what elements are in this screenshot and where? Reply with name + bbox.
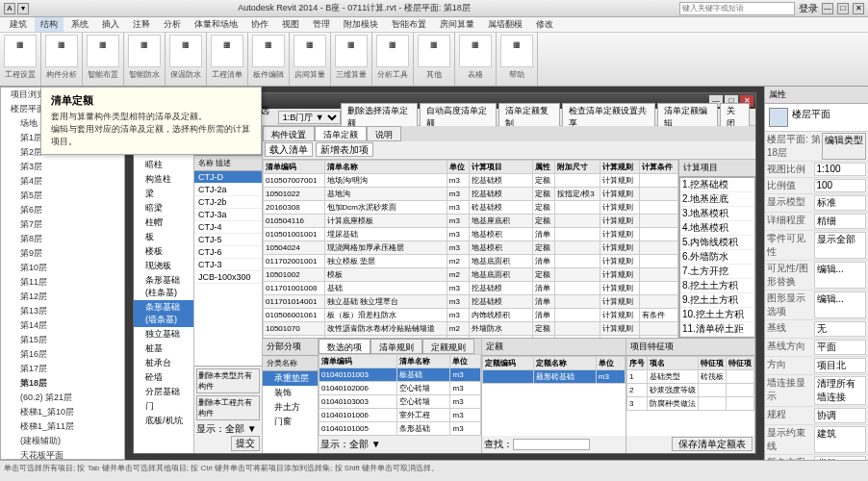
all-components-list[interactable]: CTJ-DCTJ-2aCTJ-2bCTJ-3aCTJ-4CTJ-5CTJ-6CT… xyxy=(194,171,262,366)
tree-item[interactable]: 第15层 xyxy=(1,333,124,347)
tree-item[interactable]: 第12层 xyxy=(1,290,124,304)
section-item[interactable]: 门窗 xyxy=(263,415,318,429)
tree-item[interactable]: 第14层 xyxy=(1,318,124,333)
menu-9[interactable]: 管理 xyxy=(307,17,336,32)
grid-row[interactable]: 011701001008基础m3挖基础模清单计算规则 xyxy=(264,282,678,295)
grid-row[interactable]: 10504024现浇网格加厚承压格层m3地基模积定额计算规则 xyxy=(264,241,678,255)
menu-2[interactable]: 系统 xyxy=(65,17,94,32)
type-item[interactable]: 条形基础(柱条基) xyxy=(134,273,193,300)
ribbon-icon-6[interactable]: ▦ xyxy=(252,35,285,67)
comp-item[interactable]: CTJ-5 xyxy=(194,234,262,246)
tree-item[interactable]: 第4层 xyxy=(1,174,124,189)
type-item[interactable]: 现浇板 xyxy=(134,259,193,273)
minimize-icon[interactable]: — xyxy=(822,3,833,14)
tree-item[interactable]: 第17层 xyxy=(1,362,124,376)
tree-item[interactable]: 第8层 xyxy=(1,232,124,246)
ribbon-icon-3[interactable]: ▦ xyxy=(128,35,161,67)
bot-tab-sel[interactable]: 数选的项 xyxy=(319,339,370,354)
component-type-tree[interactable]: 柱暗柱构造柱梁暗梁柱帽板楼板现浇板条形基础(柱条基)条形基础(墙条基)独立基础桩… xyxy=(134,143,193,453)
feature-row[interactable]: 3防腐种类做法 xyxy=(627,397,754,411)
comp-item[interactable]: CTJ-4 xyxy=(194,221,262,234)
prop-val[interactable]: 1:100 xyxy=(814,163,867,176)
ribbon-icon-4[interactable]: ▦ xyxy=(169,35,202,67)
type-item[interactable]: 柱帽 xyxy=(134,215,193,230)
feature-row[interactable]: 2砂浆强度等级 xyxy=(627,384,754,397)
quota-row[interactable]: 题形砖基础m3 xyxy=(483,370,625,384)
prop-val[interactable]: 精细 xyxy=(814,214,867,229)
btn-load-list[interactable]: 载入清单 xyxy=(265,142,313,157)
menu-8[interactable]: 视图 xyxy=(276,17,305,32)
search-input[interactable] xyxy=(679,2,795,15)
bot-tab-listrule[interactable]: 清单规则 xyxy=(370,339,422,354)
tree-item[interactable]: 第13层 xyxy=(1,304,124,318)
comp-item[interactable]: CTJ-6 xyxy=(194,246,262,259)
grid-row[interactable]: 10501002模板m2地基底面积定额计算规则 xyxy=(264,268,678,282)
menu-13[interactable]: 属墙翻模 xyxy=(482,17,528,32)
bot-r2-grid[interactable]: 序号项名特征项特征项1基础类型砖筏板2砂浆强度等级3防腐种类做法 xyxy=(626,356,754,436)
prop-val[interactable]: 标准 xyxy=(814,195,867,211)
grid-row[interactable]: 011701014001独立基础 独立埋草台m3挖基础模清单计算规则 xyxy=(264,295,678,309)
comp-item[interactable]: CTJ-3a xyxy=(194,209,262,221)
ribbon-icon-2[interactable]: ▦ xyxy=(87,35,119,67)
calc-item[interactable]: 6.外墙防水 xyxy=(680,250,754,265)
prop-val[interactable]: 建筑 xyxy=(814,426,867,453)
type-item[interactable]: 砼墙 xyxy=(134,370,193,385)
grid-row[interactable]: 10501070改性沥青防水卷材冷贴贴铺墙道m2外墙防水定额计算规则 xyxy=(264,322,678,336)
section-item[interactable]: 承重垫层 xyxy=(263,371,318,386)
type-item[interactable]: 桩承台 xyxy=(134,356,193,370)
calc-item[interactable]: 4.地基模积 xyxy=(680,221,754,236)
prop-val[interactable]: 编辑... xyxy=(814,262,867,289)
btn-add-item[interactable]: 新增表加项 xyxy=(316,142,373,157)
section-item[interactable]: 井土方 xyxy=(263,400,318,415)
tree-item[interactable]: 楼梯1_第10层 xyxy=(1,405,124,419)
tree-item[interactable]: 第3层 xyxy=(1,160,124,174)
prop-val[interactable]: 100 xyxy=(814,179,867,192)
list-row[interactable]: 01040101006室外工程m3 xyxy=(319,409,481,422)
menu-4[interactable]: 注释 xyxy=(127,17,156,32)
ribbon-icon-7[interactable]: ▦ xyxy=(294,35,326,67)
sys-menu-icon[interactable]: A xyxy=(4,3,15,14)
feature-row[interactable]: 1基础类型砖筏板 xyxy=(627,370,754,384)
show-filter2[interactable]: 显示：全部 ▼ xyxy=(320,439,381,449)
type-item[interactable]: 独立基础 xyxy=(134,327,193,342)
menu-11[interactable]: 智能布置 xyxy=(386,17,432,32)
tree-item[interactable]: (建模辅助) xyxy=(1,434,124,448)
tree-item[interactable]: 第6层 xyxy=(1,203,124,217)
btn-submit[interactable]: 提交 xyxy=(231,436,260,451)
list-row[interactable]: 01040101005条形基础m3 xyxy=(319,422,481,436)
menu-14[interactable]: 修改 xyxy=(530,17,559,32)
grid-row[interactable]: 010507007001地场沟/明沟m3挖基础模定额计算规则 xyxy=(264,174,678,188)
type-item[interactable]: 暗柱 xyxy=(134,158,193,172)
tab-list-quota[interactable]: 清单定额 xyxy=(315,126,367,141)
type-item[interactable]: 底板/机坑 xyxy=(134,414,193,428)
prop-val[interactable]: 编辑... xyxy=(814,291,867,318)
calc-item[interactable]: 8.挖土土方积 xyxy=(680,279,754,293)
bot-r1-grid[interactable]: 定额编码定额名称单位题形砖基础m3 xyxy=(482,356,625,436)
calc-list[interactable]: 1.挖基础模2.地基座底3.地基模积4.地基模积5.内饰线模积6.外墙防水7.土… xyxy=(679,177,755,338)
tree-item[interactable]: 第9层 xyxy=(1,246,124,261)
ribbon-icon-1[interactable]: ▦ xyxy=(45,35,78,67)
type-item[interactable]: 构造柱 xyxy=(134,172,193,187)
calc-item[interactable]: 3.地基模积 xyxy=(680,207,754,221)
menu-1[interactable]: 结构 xyxy=(35,17,64,32)
section-item[interactable]: 装饰 xyxy=(263,386,318,400)
tree-item[interactable]: 楼梯1_第11层 xyxy=(1,419,124,434)
comp-item[interactable]: CTJ-D xyxy=(194,171,262,184)
comp-item[interactable]: JCB-100x300 xyxy=(194,271,262,284)
ribbon-icon-0[interactable]: ▦ xyxy=(4,35,37,67)
grid-row[interactable]: 010506001061板（板）滑差柱防水m3内饰线模积清单计算规则有条件 xyxy=(264,309,678,322)
tree-item[interactable]: (60.2) 第21层 xyxy=(1,391,124,405)
calc-item[interactable]: 2.地基座底 xyxy=(680,192,754,207)
calc-item[interactable]: 10.挖土土方积 xyxy=(680,308,754,322)
menu-7[interactable]: 协作 xyxy=(245,17,274,32)
tree-item[interactable]: 第18层 xyxy=(1,376,124,391)
ribbon-icon-11[interactable]: ▦ xyxy=(459,35,492,67)
btn-edit-type[interactable]: 编辑类型 xyxy=(822,133,866,160)
tree-item[interactable]: 第11层 xyxy=(1,275,124,290)
menu-3[interactable]: 插入 xyxy=(96,17,125,32)
grid-row[interactable]: 20160308包加Dcm水泥砂浆面m3砖基础模定额计算规则 xyxy=(264,201,678,215)
main-grid[interactable]: 清单编码清单名称单位计算项目属性附加尺寸计算规则计算条件010507007001… xyxy=(263,160,678,338)
prop-val[interactable]: 显示全部 xyxy=(814,232,867,259)
prop-val[interactable]: 背景 xyxy=(814,456,867,460)
type-item[interactable]: 暗梁 xyxy=(134,201,193,215)
